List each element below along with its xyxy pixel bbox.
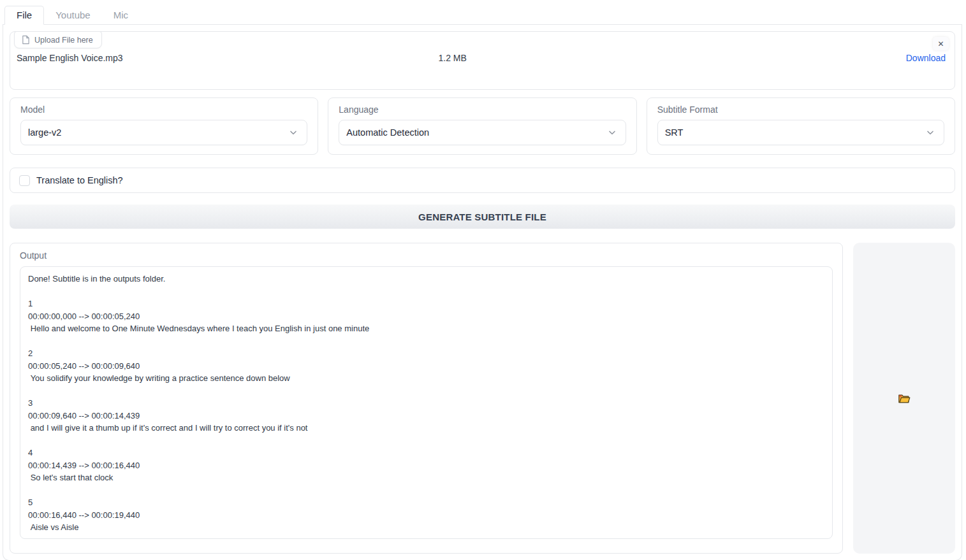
close-icon[interactable]: ✕ [933, 37, 949, 50]
subtitle-format-select-value: SRT [665, 127, 684, 138]
model-select-value: large-v2 [28, 127, 61, 138]
subtitle-format-block: Subtitle Format SRT [647, 97, 955, 155]
download-link[interactable]: Download [906, 53, 946, 63]
chevron-down-icon [606, 127, 618, 138]
chevron-down-icon [288, 127, 299, 138]
translate-checkbox-block: Translate to English? [10, 168, 955, 193]
output-textarea[interactable]: Done! Subtitle is in the outputs folder.… [20, 266, 833, 539]
output-block: Output Done! Subtitle is in the outputs … [10, 243, 843, 554]
subtitle-format-label: Subtitle Format [657, 104, 944, 115]
model-label: Model [20, 104, 307, 115]
file-name: Sample English Voice.mp3 [17, 53, 438, 63]
controls-row: Model large-v2 Language Automatic Detect… [10, 97, 955, 155]
tab-nav: File Youtube Mic [3, 6, 962, 25]
model-block: Model large-v2 [10, 97, 318, 155]
language-label: Language [339, 104, 626, 115]
file-upload-card: Upload File here ✕ Sample English Voice.… [10, 31, 955, 90]
output-row: Output Done! Subtitle is in the outputs … [10, 243, 955, 554]
model-select[interactable]: large-v2 [20, 120, 307, 145]
file-size: 1.2 MB [438, 53, 905, 63]
tab-content-file: Upload File here ✕ Sample English Voice.… [3, 25, 962, 560]
file-output-panel [853, 243, 955, 554]
output-label: Output [20, 250, 833, 261]
tab-mic[interactable]: Mic [102, 6, 140, 24]
translate-checkbox[interactable] [19, 175, 30, 186]
tab-file[interactable]: File [4, 6, 44, 25]
generate-subtitle-button[interactable]: GENERATE SUBTITLE FILE [10, 205, 955, 229]
document-icon [22, 35, 30, 45]
upload-file-button[interactable]: Upload File here [14, 31, 102, 48]
app-root: File Youtube Mic Upload File here ✕ Samp… [0, 0, 966, 560]
open-folder-icon [898, 392, 911, 404]
language-select[interactable]: Automatic Detection [339, 120, 626, 145]
uploaded-file-row: Sample English Voice.mp3 1.2 MB Download [10, 53, 955, 63]
translate-checkbox-label: Translate to English? [36, 175, 123, 185]
language-select-value: Automatic Detection [346, 127, 429, 138]
subtitle-format-select[interactable]: SRT [657, 120, 944, 145]
chevron-down-icon [925, 127, 936, 138]
language-block: Language Automatic Detection [328, 97, 636, 155]
tab-youtube[interactable]: Youtube [44, 6, 102, 24]
upload-file-button-label: Upload File here [34, 36, 93, 45]
